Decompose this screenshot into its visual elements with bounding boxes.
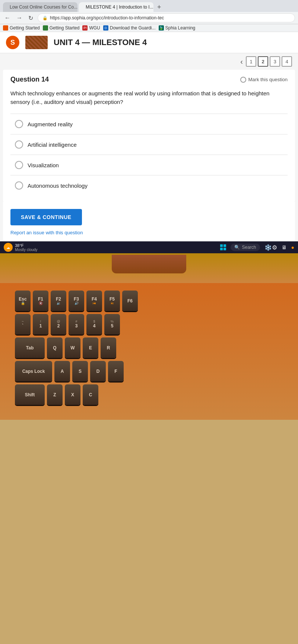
key-1-top: !: [40, 320, 41, 323]
key-f6[interactable]: F6: [122, 291, 138, 311]
key-capslock[interactable]: Caps Lock: [15, 361, 52, 381]
search-icon: 🔍: [234, 245, 240, 250]
key-f1[interactable]: F1 🔇: [33, 291, 48, 311]
key-d-label: D: [96, 369, 100, 374]
tab-label-1: Low Cost Online Courses for Co...: [10, 4, 77, 10]
key-f3[interactable]: F3 🔊: [69, 291, 84, 311]
prev-question-button[interactable]: ‹: [240, 57, 243, 66]
radio-d[interactable]: [15, 181, 23, 190]
key-z[interactable]: Z: [47, 384, 63, 405]
answer-option-a[interactable]: Augmented reality: [10, 114, 288, 134]
bookmark-icon-4: ⊙: [103, 25, 108, 31]
key-w-label: W: [70, 345, 74, 350]
security-icon: 🔒: [42, 16, 48, 20]
bookmark-guardian[interactable]: ⊙ Download the Guardi...: [103, 25, 156, 31]
page-num-4[interactable]: 4: [282, 56, 292, 67]
key-tab[interactable]: Tab: [15, 337, 45, 358]
key-tilde[interactable]: ~ `: [15, 314, 31, 334]
key-f3-sub: 🔊: [74, 302, 79, 305]
key-2[interactable]: @ 2: [51, 314, 66, 334]
key-f4[interactable]: F4 ⏮: [86, 291, 102, 311]
key-x[interactable]: X: [65, 384, 80, 405]
bookmark-getting-started-1[interactable]: Getting Started: [3, 25, 40, 31]
answer-label-d: Autonomous technology: [28, 183, 88, 189]
bookmark-getting-started-2[interactable]: Getting Started: [43, 25, 80, 31]
key-f5-label: F5: [110, 296, 115, 302]
system-tray-icons: ❄️⚙: [264, 244, 277, 251]
refresh-button[interactable]: ↻: [27, 14, 35, 22]
windows-start-button[interactable]: [220, 244, 226, 250]
new-tab-button[interactable]: +: [155, 3, 164, 11]
page-num-3[interactable]: 3: [270, 56, 280, 67]
answer-label-a: Augmented reality: [28, 121, 73, 127]
key-s[interactable]: S: [72, 361, 88, 381]
bookmark-label-4: Download the Guardi...: [110, 25, 156, 31]
key-a[interactable]: A: [54, 361, 70, 381]
key-1-main: 1: [39, 323, 42, 329]
save-continue-button[interactable]: SAVE & CONTINUE: [10, 209, 82, 225]
report-link[interactable]: Report an issue with this question: [10, 230, 288, 235]
bookmark-label-3: WGU: [89, 25, 100, 31]
site-header: S UNIT 4 — MILESTONE 4: [0, 32, 298, 53]
key-f2-sub: 🔉: [57, 302, 61, 305]
key-f5-sub: ⏯: [111, 302, 114, 305]
key-4[interactable]: $ 4: [86, 314, 102, 334]
mark-question-label: Mark this question: [248, 77, 288, 82]
bookmark-sophia[interactable]: 🍃 Sphia Learning: [159, 25, 196, 31]
key-esc-label: Esc: [19, 296, 26, 302]
radio-b[interactable]: [15, 140, 23, 149]
key-tab-label: Tab: [26, 345, 34, 350]
taskbar-search[interactable]: 🔍 Search: [231, 244, 260, 251]
answer-options: Augmented reality Artificial intelligenc…: [10, 114, 288, 196]
key-e[interactable]: E: [83, 337, 98, 358]
key-1[interactable]: ! 1: [33, 314, 48, 334]
radio-a[interactable]: [15, 120, 23, 128]
display-icon: 🖥: [282, 244, 287, 250]
address-box[interactable]: 🔒 https://app.sophia.org/spcc/introducti…: [38, 13, 295, 22]
key-shift[interactable]: Shift: [15, 384, 45, 405]
key-3[interactable]: # 3: [69, 314, 84, 334]
key-q[interactable]: Q: [47, 337, 63, 358]
milestone-banner: [25, 36, 48, 49]
question-number: Question 14: [10, 76, 49, 83]
hinge-notch: [112, 255, 186, 273]
bookmarks-bar: Getting Started Getting Started P! WGU ⊙…: [0, 24, 298, 32]
milestone-title: UNIT 4 — MILESTONE 4: [54, 38, 147, 47]
page-num-2[interactable]: 2: [258, 56, 268, 67]
tab-inactive[interactable]: Low Cost Online Courses for Co... ✕: [3, 2, 77, 12]
weather-icon: ☁: [4, 243, 13, 252]
key-5[interactable]: % 5: [104, 314, 120, 334]
key-f2-label: F2: [56, 296, 61, 302]
key-c[interactable]: C: [83, 384, 98, 405]
bookmark-icon-5: 🍃: [159, 25, 164, 31]
key-z-label: Z: [53, 392, 56, 397]
page-num-1[interactable]: 1: [246, 56, 256, 67]
key-r[interactable]: R: [101, 337, 116, 358]
site-logo: S: [6, 36, 19, 49]
laptop-hinge: [0, 253, 298, 283]
key-f[interactable]: F: [108, 361, 124, 381]
bookmark-label-1: Getting Started: [10, 25, 40, 31]
key-f2[interactable]: F2 🔉: [51, 291, 66, 311]
keyboard-section: Esc 🔒 F1 🔇 F2 🔉 F3 🔊 F4 ⏮ F5 ⏯: [0, 283, 298, 420]
forward-button[interactable]: →: [15, 14, 24, 22]
key-row-asdf: Caps Lock A S D F: [15, 361, 283, 381]
answer-option-d[interactable]: Autonomous technology: [10, 175, 288, 196]
key-2-top: @: [57, 320, 60, 323]
address-url: https://app.sophia.org/spcc/introduction…: [50, 15, 164, 20]
key-q-label: Q: [53, 345, 56, 350]
bookmark-wgu[interactable]: P! WGU: [82, 25, 100, 31]
tab-active[interactable]: MILESTONE 4 | Introduction to I... ✕: [79, 2, 153, 12]
key-f4-sub: ⏮: [93, 302, 96, 305]
key-w[interactable]: W: [65, 337, 80, 358]
key-d[interactable]: D: [90, 361, 106, 381]
key-f5[interactable]: F5 ⏯: [104, 291, 120, 311]
answer-option-c[interactable]: Visualization: [10, 155, 288, 175]
mark-question-button[interactable]: Mark this question: [240, 77, 288, 83]
answer-label-b: Artificial intelligence: [28, 142, 77, 148]
key-esc[interactable]: Esc 🔒: [15, 291, 31, 311]
back-button[interactable]: ←: [3, 14, 12, 22]
radio-c[interactable]: [15, 161, 23, 169]
answer-option-b[interactable]: Artificial intelligence: [10, 134, 288, 155]
bookmark-icon-1: [3, 25, 8, 31]
